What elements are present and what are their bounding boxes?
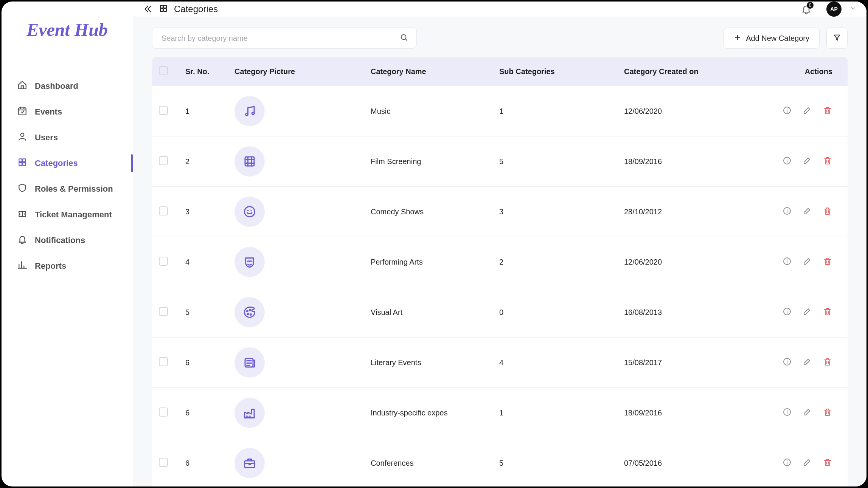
delete-button[interactable] [823,457,832,467]
col-name: Category Name [364,57,492,86]
table-row: 1 Music 1 12/06/2020 [152,86,848,136]
delete-button[interactable] [823,357,832,367]
info-button[interactable] [782,307,792,316]
home-icon [17,80,27,92]
edit-button[interactable] [802,206,812,216]
delete-button[interactable] [823,256,832,266]
row-checkbox[interactable] [159,206,168,215]
filter-icon [833,33,841,43]
chart-icon [17,260,27,272]
edit-button[interactable] [802,307,812,316]
row-checkbox[interactable] [159,156,168,165]
profile-caret-icon[interactable] [848,5,857,14]
table-row: 6 Industry-specific expos 1 18/09/2016 [152,388,848,438]
delete-button[interactable] [823,206,832,216]
sidebar-item-notifications[interactable]: Notifications [2,228,133,253]
edit-button[interactable] [802,407,812,417]
row-checkbox[interactable] [159,307,168,316]
info-button[interactable] [782,357,792,367]
search-icon[interactable] [400,33,408,43]
cell-name: Literary Events [364,338,492,388]
cell-created: 15/08/2017 [617,338,764,388]
edit-button[interactable] [802,457,812,467]
cell-sr: 5 [179,287,228,338]
table-row: 6 Literary Events 4 15/08/2017 [152,338,848,388]
table-row: 6 Conferences 5 07/05/2016 [152,438,848,486]
info-button[interactable] [782,156,792,166]
info-button[interactable] [782,407,792,417]
select-all-checkbox[interactable] [159,66,168,75]
row-checkbox[interactable] [159,458,168,467]
cell-sub: 1 [492,86,617,136]
cell-picture [228,86,364,136]
delete-button[interactable] [823,105,832,115]
info-button[interactable] [782,206,792,216]
cell-name: Music [364,86,492,136]
sidebar-nav: DashboardEventsUsersCategoriesRoles & Pe… [2,58,133,279]
cell-created: 12/06/2020 [617,86,764,136]
cell-sr: 3 [179,187,228,237]
sidebar-item-users[interactable]: Users [2,125,133,150]
edit-button[interactable] [802,156,812,166]
cell-name: Comedy Shows [364,187,492,237]
user-icon [17,132,27,144]
cell-sub: 4 [492,338,617,388]
sidebar-item-categories[interactable]: Categories [2,150,133,176]
delete-button[interactable] [823,407,832,417]
search-box[interactable] [152,28,417,49]
shield-icon [17,183,27,195]
ticket-icon [17,209,27,221]
cell-created: 12/06/2020 [617,237,764,287]
cell-created: 16/08/2013 [617,287,764,338]
mask-icon [234,247,265,277]
delete-button[interactable] [823,307,832,316]
edit-button[interactable] [802,256,812,266]
filter-button[interactable] [826,28,848,49]
briefcase-icon [234,448,265,478]
info-button[interactable] [782,256,792,266]
cell-sub: 1 [492,388,617,438]
brand-logo: Event Hub [2,2,133,58]
cell-name: Industry-specific expos [364,388,492,438]
search-input[interactable] [161,34,400,43]
sidebar-item-dashboard[interactable]: Dashboard [2,73,133,99]
sidebar-item-reports[interactable]: Reports [2,253,133,279]
topbar: Categories 0 AP [133,2,866,17]
sidebar-item-events[interactable]: Events [2,99,133,125]
cell-sr: 6 [179,338,228,388]
app-shell: Event Hub DashboardEventsUsersCategories… [2,2,866,486]
row-checkbox[interactable] [159,357,168,366]
info-button[interactable] [782,457,792,467]
edit-button[interactable] [802,105,812,115]
add-category-label: Add New Category [746,34,809,43]
col-picture: Category Picture [228,57,364,86]
calendar-icon [17,106,27,118]
notifications-button[interactable]: 0 [800,3,813,15]
cell-sr: 4 [179,237,228,287]
info-button[interactable] [782,105,792,115]
row-checkbox[interactable] [159,257,168,266]
edit-button[interactable] [802,357,812,367]
grid-icon [17,157,27,169]
sidebar-collapse-button[interactable] [143,4,153,14]
cell-created: 18/09/2016 [617,136,764,187]
cell-created: 07/05/2016 [617,438,764,486]
row-checkbox[interactable] [159,407,168,417]
table-row: 3 Comedy Shows 3 28/10/2012 [152,187,848,237]
avatar[interactable]: AP [826,2,842,17]
row-checkbox[interactable] [159,106,168,115]
sidebar-item-tickets[interactable]: Ticket Management [2,202,133,228]
sidebar-item-roles[interactable]: Roles & Permission [2,176,133,202]
delete-button[interactable] [823,156,832,166]
cell-created: 28/10/2012 [617,187,764,237]
grid-icon [159,4,168,15]
table-wrap: Sr. No. Category Picture Category Name S… [133,49,866,486]
col-sub: Sub Categories [492,57,617,86]
table-row: 2 Film Screening 5 18/09/2016 [152,136,848,187]
sidebar-item-label: Notifications [35,235,85,245]
sidebar-item-label: Users [35,133,58,143]
cell-picture [228,237,364,287]
cell-picture [228,438,364,486]
cell-name: Film Screening [364,136,492,187]
add-category-button[interactable]: Add New Category [724,28,820,49]
